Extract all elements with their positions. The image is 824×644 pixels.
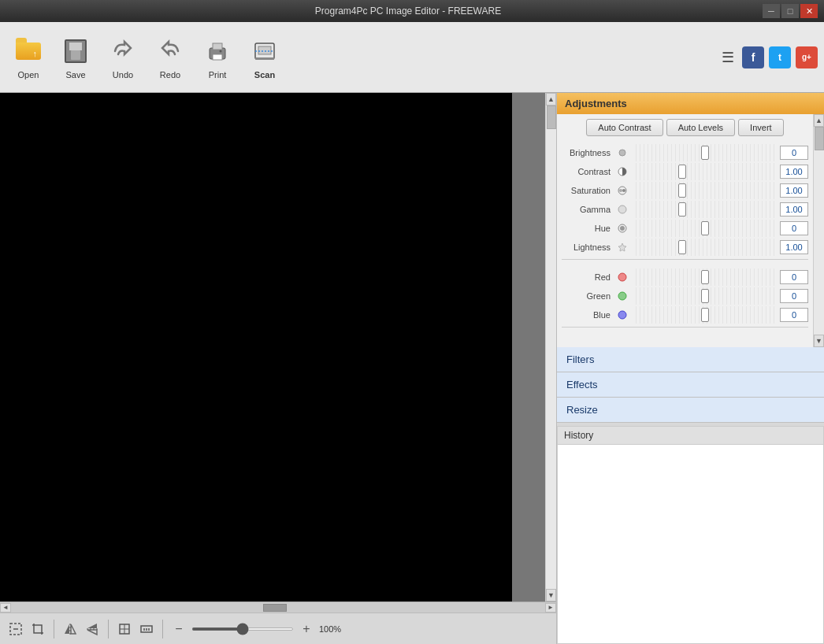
contrast-row: Contrast [562, 163, 808, 180]
zoom-in-icon[interactable]: + [297, 620, 316, 638]
resize-tab[interactable]: Resize [557, 398, 824, 423]
toolbar-left: ↑ Open Save Undo [6, 29, 287, 86]
restore-button[interactable]: □ [781, 4, 799, 18]
svg-point-31 [618, 273, 626, 281]
redo-label: Redo [160, 70, 180, 80]
svg-rect-6 [255, 57, 274, 60]
undo-label: Undo [113, 70, 133, 80]
invert-button[interactable]: Invert [738, 119, 784, 136]
undo-icon [107, 35, 139, 67]
redo-icon [154, 35, 186, 67]
contrast-value[interactable] [780, 165, 808, 179]
window-title: Program4Pc PC Image Editor - FREEWARE [54, 6, 763, 17]
divider-3 [162, 620, 163, 638]
zoom-fit-icon[interactable] [115, 620, 134, 638]
gamma-label: Gamma [562, 205, 615, 214]
open-label: Open [18, 70, 39, 80]
lightness-label: Lightness [562, 242, 615, 252]
open-button[interactable]: ↑ Open [6, 29, 50, 86]
crop-tool-icon[interactable] [28, 620, 47, 638]
hue-value[interactable] [780, 221, 808, 235]
brightness-row: Brightness [562, 144, 808, 161]
hscroll-thumb[interactable] [263, 604, 287, 612]
minimize-button[interactable]: ─ [763, 4, 780, 18]
svg-marker-10 [65, 624, 69, 634]
hue-row: Hue [562, 220, 808, 237]
scroll-right-button[interactable]: ► [545, 603, 556, 613]
hue-label: Hue [562, 224, 615, 233]
adjustments-wrapper: Auto Contrast Auto Levels Invert Brightn… [557, 114, 824, 347]
hue-slider-container [633, 220, 777, 237]
scroll-thumb[interactable] [547, 105, 556, 129]
print-label: Print [209, 70, 227, 80]
red-value[interactable] [780, 270, 808, 284]
gamma-value[interactable] [780, 202, 808, 217]
gamma-slider[interactable] [633, 209, 777, 211]
saturation-slider[interactable] [633, 190, 777, 192]
lightness-slider[interactable] [633, 246, 777, 249]
zoom-actual-icon[interactable] [137, 620, 156, 638]
green-slider[interactable] [633, 295, 777, 298]
contrast-label: Contrast [562, 167, 615, 176]
effects-tab[interactable]: Effects [557, 372, 824, 398]
undo-button[interactable]: Undo [101, 29, 145, 86]
svg-marker-11 [71, 624, 76, 634]
flip-v-icon[interactable] [83, 620, 102, 638]
blue-icon [615, 308, 629, 322]
contrast-slider[interactable] [633, 171, 777, 173]
scroll-up-button[interactable]: ▲ [546, 93, 556, 105]
close-button[interactable]: ✕ [800, 4, 818, 18]
main-area: ▲ ▼ ◄ ► [0, 93, 824, 644]
scan-button[interactable]: Scan [243, 29, 287, 86]
filters-tab[interactable]: Filters [557, 347, 824, 372]
red-slider-container [633, 268, 777, 286]
scroll-left-button[interactable]: ◄ [0, 603, 11, 613]
adj-scroll-up[interactable]: ▲ [814, 114, 824, 127]
zoom-slider[interactable] [191, 627, 294, 631]
redo-button[interactable]: Redo [148, 29, 192, 86]
adj-scroll-track [814, 127, 824, 335]
auto-levels-button[interactable]: Auto Levels [666, 119, 735, 136]
green-value[interactable] [780, 289, 808, 303]
svg-point-30 [620, 226, 625, 231]
adj-scroll-thumb[interactable] [815, 127, 824, 150]
blue-row: Blue [562, 306, 808, 324]
brightness-icon [615, 146, 629, 160]
hue-slider[interactable] [633, 228, 777, 230]
blue-slider[interactable] [633, 314, 777, 316]
brightness-slider[interactable] [633, 152, 777, 154]
select-tool-icon[interactable] [6, 620, 25, 638]
scan-icon [249, 35, 280, 67]
history-panel: History [557, 426, 824, 644]
bottom-padding [562, 336, 808, 342]
bottom-toolbar: − + 100% [0, 613, 556, 644]
save-button[interactable]: Save [54, 29, 98, 86]
lightness-value[interactable] [780, 240, 808, 254]
brightness-value[interactable] [780, 146, 808, 160]
svg-point-33 [618, 311, 626, 319]
divider-1 [54, 620, 54, 638]
horizontal-scrollbar[interactable]: ◄ ► [0, 601, 556, 613]
canvas-wrapper[interactable] [0, 93, 545, 601]
svg-marker-14 [87, 630, 97, 635]
adj-scroll-down[interactable]: ▼ [814, 335, 824, 347]
brightness-label: Brightness [562, 148, 615, 157]
red-slider[interactable] [633, 276, 777, 279]
svg-point-26 [619, 189, 622, 192]
blue-label: Blue [562, 310, 615, 320]
blue-value[interactable] [780, 308, 808, 322]
scroll-down-button[interactable]: ▼ [546, 589, 556, 601]
facebook-button[interactable]: f [742, 46, 764, 68]
title-bar: Program4Pc PC Image Editor - FREEWARE ─ … [0, 0, 824, 22]
twitter-button[interactable]: t [769, 46, 791, 68]
print-button[interactable]: Print [195, 29, 239, 86]
zoom-out-icon[interactable]: − [169, 620, 188, 638]
auto-contrast-button[interactable]: Auto Contrast [586, 119, 663, 136]
googleplus-button[interactable]: g+ [796, 46, 818, 68]
lightness-row: Lightness [562, 239, 808, 256]
menu-icon[interactable]: ☰ [718, 46, 737, 69]
saturation-value[interactable] [780, 183, 808, 198]
saturation-slider-container [633, 182, 777, 199]
flip-h-icon[interactable] [61, 620, 80, 638]
adjustments-scrollbar: ▲ ▼ [813, 114, 824, 347]
